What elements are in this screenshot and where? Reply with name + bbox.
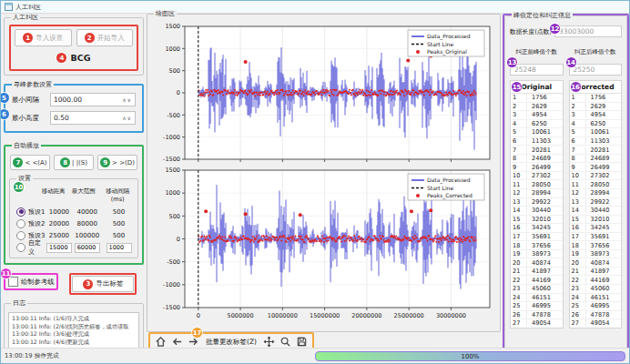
table-row[interactable]: 2040874: [511, 258, 563, 268]
start-import-button[interactable]: 2 开始导入: [76, 29, 134, 46]
table-row[interactable]: 611303: [511, 137, 563, 147]
preset1-radio[interactable]: [16, 207, 25, 217]
table-row[interactable]: 46250: [511, 120, 563, 129]
step-forward-button[interactable]: 9 > >(D): [97, 155, 137, 170]
custom-range-input[interactable]: [75, 243, 100, 253]
table-row[interactable]: 824689: [511, 155, 563, 164]
step-badge-11: 11: [1, 268, 11, 278]
original-column: 纠正前峰值个数 13 25248 15 Original 11756226293…: [510, 48, 564, 329]
table-row[interactable]: 1128050: [570, 180, 622, 189]
table-row[interactable]: 611303: [570, 137, 622, 147]
preset3-interval: 500: [102, 232, 136, 239]
preset3-distance: 25000: [46, 232, 72, 239]
spinner-arrows-icon[interactable]: ∧∨: [122, 96, 132, 103]
table-row[interactable]: 1938973: [570, 250, 622, 259]
table-row[interactable]: 2345060: [570, 285, 622, 294]
table-row[interactable]: 1634245: [511, 224, 563, 233]
table-row[interactable]: 1329922: [570, 198, 622, 207]
export-labels-button[interactable]: 3 导出标签: [72, 276, 134, 292]
table-row[interactable]: 1228994: [570, 189, 622, 198]
table-row[interactable]: 926499: [570, 163, 622, 172]
table-row[interactable]: 1837656: [511, 241, 563, 250]
preset2-radio[interactable]: [16, 219, 25, 228]
save-button[interactable]: [295, 335, 309, 349]
log-line: 13:00:12 Info: (3/6)处理完成: [12, 330, 136, 339]
table-row[interactable]: 926499: [511, 163, 563, 172]
table-row[interactable]: 34954: [511, 111, 563, 120]
table-row[interactable]: 2647878: [570, 311, 622, 320]
svg-text:1000: 1000: [165, 189, 180, 197]
custom-distance-input[interactable]: [46, 243, 72, 253]
home-button[interactable]: [154, 335, 168, 349]
zoom-button[interactable]: [279, 335, 292, 349]
table-row[interactable]: 2141897: [511, 268, 563, 277]
preset3-radio[interactable]: [16, 231, 25, 240]
table-row[interactable]: 2546995: [511, 302, 563, 311]
table-row[interactable]: 2446151: [570, 294, 622, 303]
table-row[interactable]: 1938973: [511, 250, 563, 259]
table-row[interactable]: 2040874: [570, 258, 622, 268]
reference-line-label: 绘制参考线: [21, 278, 54, 287]
table-row[interactable]: 1027302: [570, 172, 622, 181]
min-interval-spinbox[interactable]: 1000.00 ∧∨: [50, 93, 136, 106]
table-row[interactable]: 510061: [511, 128, 563, 137]
table-row[interactable]: 2446151: [511, 294, 563, 303]
table-row[interactable]: 1430440: [570, 207, 622, 216]
start-import-label: 开始导入: [97, 34, 125, 43]
progress-label: 100%: [461, 353, 479, 360]
table-row[interactable]: 1532010: [570, 216, 622, 225]
step-badge-4: 4: [56, 53, 66, 63]
pan-button[interactable]: [262, 335, 276, 349]
table-row[interactable]: 11756: [511, 94, 563, 103]
table-row[interactable]: 2244169: [570, 276, 622, 285]
preset1-range: 40000: [72, 208, 102, 216]
original-peaks-table[interactable]: 15 Original 1175622629349544625051006161…: [510, 80, 564, 329]
min-height-spinbox[interactable]: 0.50 ∧∨: [50, 111, 136, 125]
table-row[interactable]: 1735691: [511, 233, 563, 242]
table-row[interactable]: 1228994: [511, 189, 563, 198]
table-row[interactable]: 1837656: [570, 241, 622, 250]
custom-radio[interactable]: [16, 243, 25, 252]
table-row[interactable]: 46250: [570, 120, 622, 129]
table-row[interactable]: 1128050: [511, 180, 563, 189]
chart-peaks-original[interactable]: -1500-1000-500050010001500Data_Processed…: [154, 22, 494, 164]
log-line: 13:00:11 Info: (2/6)找到历史标签，成功读取: [12, 323, 136, 331]
table-row[interactable]: 2647878: [511, 311, 563, 320]
table-row[interactable]: 11756: [570, 94, 622, 103]
progress-bar: 100%: [315, 351, 625, 361]
col-move-distance: 移动距离: [39, 187, 67, 203]
step-badge-9: 9: [100, 157, 110, 167]
table-row[interactable]: 1532010: [511, 216, 563, 225]
table-row[interactable]: 2749054: [570, 319, 622, 329]
table-row[interactable]: 1430440: [511, 207, 563, 216]
custom-interval-input[interactable]: [107, 243, 132, 253]
batch-edit-labels-button[interactable]: 批量更改标签(Z): [203, 338, 259, 347]
table-row[interactable]: 1329922: [511, 198, 563, 207]
table-row[interactable]: 720281: [511, 146, 563, 155]
step-back-button[interactable]: 7 < <(A): [10, 155, 50, 170]
log-line: 13:00:11 Info: (1/6)导入完成: [12, 315, 136, 323]
svg-text:-1000: -1000: [163, 281, 180, 288]
reference-line-checkbox[interactable]: [8, 277, 18, 287]
import-settings-button[interactable]: 1 导入设置: [15, 29, 72, 46]
table-row[interactable]: 1027302: [511, 172, 563, 181]
back-button[interactable]: [170, 335, 184, 349]
table-row[interactable]: 720281: [570, 146, 622, 155]
table-row[interactable]: 2244169: [511, 276, 563, 285]
table-row[interactable]: 22629: [511, 103, 563, 112]
table-row[interactable]: 2345060: [511, 285, 563, 294]
table-row[interactable]: 2749054: [511, 319, 563, 329]
chart-peaks-corrected[interactable]: -1500-1000-50005001000150005000000100000…: [154, 166, 494, 322]
corrected-peaks-table[interactable]: 16 Corrected 117562262934954462505100616…: [569, 80, 623, 329]
table-row[interactable]: 2141897: [570, 268, 622, 277]
table-row[interactable]: 22629: [570, 103, 622, 112]
min-height-label: 最小高度: [12, 114, 46, 123]
pause-button[interactable]: 8 | |(S): [54, 155, 94, 170]
table-row[interactable]: 1735691: [570, 233, 622, 242]
table-row[interactable]: 34954: [570, 111, 622, 120]
table-row[interactable]: 510061: [570, 128, 622, 137]
spinner-arrows-icon[interactable]: ∧∨: [122, 115, 132, 121]
table-row[interactable]: 824689: [570, 155, 622, 164]
table-row[interactable]: 1634245: [570, 224, 622, 233]
table-row[interactable]: 2546995: [570, 302, 622, 311]
